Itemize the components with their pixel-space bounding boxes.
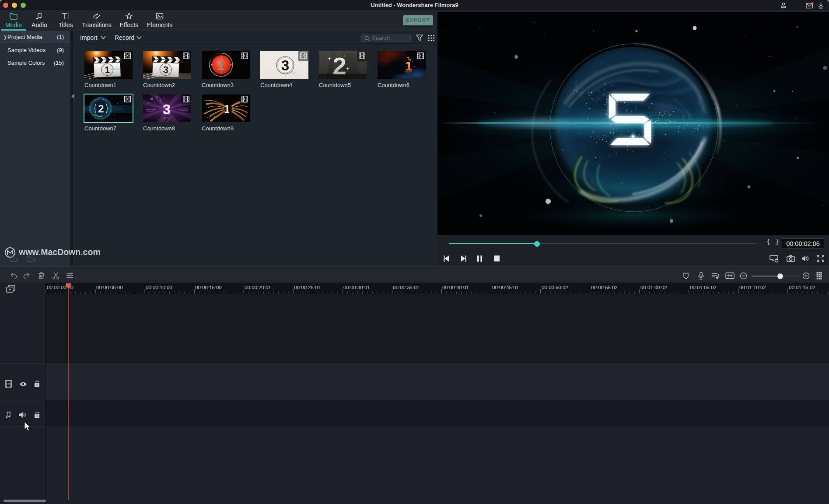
- svg-text:2: 2: [332, 52, 346, 79]
- svg-text:2: 2: [98, 103, 104, 115]
- svg-text:3: 3: [163, 64, 168, 75]
- svg-text:1: 1: [405, 59, 412, 73]
- svg-text:3: 3: [163, 114, 171, 122]
- svg-text:C O U N T D O W N: C O U N T D O W N: [216, 53, 227, 55]
- svg-text:1: 1: [217, 57, 225, 73]
- svg-text:3: 3: [281, 57, 289, 74]
- svg-text:1: 1: [105, 64, 110, 75]
